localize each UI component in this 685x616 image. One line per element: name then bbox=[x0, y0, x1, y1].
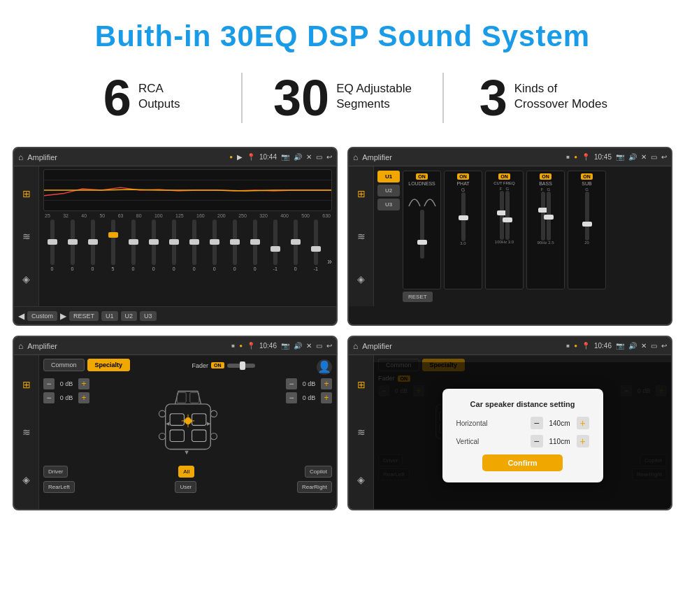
eq-track-7[interactable] bbox=[172, 220, 176, 265]
eq-next-button[interactable]: ▶ bbox=[60, 311, 66, 321]
spk-rearright-button[interactable]: RearRight bbox=[297, 481, 332, 493]
eq-reset-button[interactable]: RESET bbox=[69, 311, 99, 321]
spk-user-button[interactable]: User bbox=[175, 481, 196, 493]
screen3-header: ⌂ Amplifier ■ ● 📍 10:46 📷 🔊 ✕ ▭ ↩ bbox=[14, 337, 336, 355]
amp-bass-thumb2[interactable] bbox=[544, 215, 554, 220]
spk-plus3[interactable]: + bbox=[321, 378, 332, 389]
eq-track-12[interactable] bbox=[273, 220, 277, 265]
eq-expand-icon[interactable]: » bbox=[327, 257, 332, 266]
spk-sidebar-icon3[interactable]: ◈ bbox=[22, 474, 30, 485]
amp-loudness-on[interactable]: ON bbox=[416, 173, 428, 180]
amp-sidebar-icon2[interactable]: ≋ bbox=[357, 231, 366, 242]
spk-plus1[interactable]: + bbox=[78, 378, 89, 389]
amp-channel-loudness: ON LOUDNESS bbox=[403, 171, 441, 289]
eq-prev-button[interactable]: ◀ bbox=[18, 311, 24, 321]
eq-thumb-9[interactable] bbox=[210, 239, 219, 245]
eq-track-2[interactable] bbox=[71, 220, 75, 265]
amp-reset-button[interactable]: RESET bbox=[403, 292, 433, 302]
amp-cutfreq-track1[interactable] bbox=[500, 191, 504, 240]
amp-phat-on[interactable]: ON bbox=[457, 173, 469, 180]
amp-u1-button[interactable]: U1 bbox=[377, 171, 400, 182]
spk-copilot-button[interactable]: Copilot bbox=[305, 466, 332, 478]
eq-thumb-7[interactable] bbox=[169, 239, 179, 245]
eq-thumb-1[interactable] bbox=[48, 239, 57, 245]
spk-user-icon[interactable]: 👤 bbox=[317, 359, 332, 375]
dialog-vertical-minus[interactable]: − bbox=[531, 435, 543, 447]
amp-phat-track[interactable] bbox=[461, 192, 466, 241]
eq-thumb-6[interactable] bbox=[149, 239, 159, 245]
eq-thumb-14[interactable] bbox=[311, 246, 321, 252]
spk-plus4[interactable]: + bbox=[321, 392, 332, 403]
eq-track-11[interactable] bbox=[253, 220, 257, 265]
eq-thumb-4[interactable] bbox=[108, 232, 118, 238]
fader-thumb[interactable] bbox=[240, 361, 245, 370]
amp-sub-thumb[interactable] bbox=[582, 222, 592, 227]
spk-minus1[interactable]: − bbox=[43, 378, 55, 389]
amp-sidebar-icon1[interactable]: ⊞ bbox=[357, 188, 366, 199]
amp-cutfreq-on[interactable]: ON bbox=[498, 173, 510, 180]
eq-thumb-10[interactable] bbox=[230, 239, 240, 245]
spk-all-button[interactable]: All bbox=[178, 466, 194, 478]
eq-track-14[interactable] bbox=[314, 220, 318, 265]
eq-thumb-8[interactable] bbox=[189, 239, 199, 245]
amp-u3-button[interactable]: U3 bbox=[377, 199, 400, 210]
eq-thumb-12[interactable] bbox=[271, 246, 280, 252]
amp-loudness-track1[interactable] bbox=[420, 210, 424, 259]
eq-track-8[interactable] bbox=[192, 220, 196, 265]
spk-minus3[interactable]: − bbox=[286, 378, 297, 389]
screen-amp: ⌂ Amplifier ■ ● 📍 10:45 📷 🔊 ✕ ▭ ↩ ⊞ ≋ ◈ bbox=[347, 147, 672, 326]
dialog-vertical-plus[interactable]: + bbox=[577, 435, 589, 447]
spk-plus2[interactable]: + bbox=[78, 392, 89, 403]
amp-bass-values: 90Hz 2.5 bbox=[537, 241, 554, 245]
eq-sidebar-icon3[interactable]: ◈ bbox=[22, 273, 30, 285]
dialog-horizontal-minus[interactable]: − bbox=[531, 417, 543, 429]
amp-u2-button[interactable]: U2 bbox=[377, 185, 400, 196]
spk-db-row1: − 0 dB + bbox=[43, 378, 89, 389]
amp-cutfreq-track2[interactable] bbox=[505, 191, 510, 240]
eq-custom-button[interactable]: Custom bbox=[27, 311, 57, 321]
dialog-horizontal-plus[interactable]: + bbox=[577, 417, 589, 429]
eq-track-1[interactable] bbox=[50, 220, 55, 265]
spk-sidebar-icon2[interactable]: ≋ bbox=[22, 427, 31, 438]
eq-sidebar-icon2[interactable]: ≋ bbox=[22, 231, 31, 242]
eq-track-3[interactable] bbox=[91, 220, 95, 265]
spk-rearleft-button[interactable]: RearLeft bbox=[43, 481, 75, 493]
spk-tab-common[interactable]: Common bbox=[43, 359, 85, 371]
eq-thumb-13[interactable] bbox=[291, 239, 301, 245]
eq-thumb-5[interactable] bbox=[129, 239, 138, 245]
eq-thumb-3[interactable] bbox=[88, 239, 98, 245]
eq-track-10[interactable] bbox=[233, 220, 237, 265]
amp-cutfreq-thumb2[interactable] bbox=[503, 217, 512, 222]
eq-sidebar-icon1[interactable]: ⊞ bbox=[22, 188, 31, 199]
eq-thumb-2[interactable] bbox=[68, 239, 78, 245]
spk-sidebar-icon1[interactable]: ⊞ bbox=[22, 379, 31, 390]
spk-driver-button[interactable]: Driver bbox=[43, 466, 68, 478]
amp-bass-track2[interactable] bbox=[547, 192, 551, 241]
screen-dialog: ⌂ Amplifier ■ ● 📍 10:46 📷 🔊 ✕ ▭ ↩ ⊞ ≋ bbox=[347, 336, 672, 510]
spk-minus4[interactable]: − bbox=[286, 392, 297, 403]
fader-slider[interactable] bbox=[227, 364, 255, 368]
spk-tab-specialty[interactable]: Specialty bbox=[87, 359, 131, 371]
amp-cutfreq-slider bbox=[500, 191, 510, 240]
eq-u2-button[interactable]: U2 bbox=[121, 311, 138, 321]
eq-track-9[interactable] bbox=[212, 220, 217, 265]
eq-track-5[interactable] bbox=[131, 220, 136, 265]
eq-track-4[interactable] bbox=[111, 220, 115, 265]
dialog-confirm-button[interactable]: Confirm bbox=[482, 454, 562, 471]
amp-loudness-thumb1[interactable] bbox=[417, 240, 427, 245]
eq-u1-button[interactable]: U1 bbox=[101, 311, 118, 321]
spk-minus2[interactable]: − bbox=[43, 392, 55, 403]
amp-bass-on[interactable]: ON bbox=[540, 173, 551, 180]
eq-val-8: 0 bbox=[193, 266, 196, 271]
amp-sidebar-icon3[interactable]: ◈ bbox=[357, 273, 365, 285]
screen1-header: ⌂ Amplifier ● ▶ 📍 10:44 📷 🔊 ✕ ▭ ↩ bbox=[14, 148, 336, 166]
fader-on-badge[interactable]: ON bbox=[211, 362, 224, 368]
eq-thumb-11[interactable] bbox=[250, 239, 260, 245]
eq-u3-button[interactable]: U3 bbox=[140, 311, 157, 321]
eq-track-6[interactable] bbox=[152, 220, 156, 265]
amp-sub-on[interactable]: ON bbox=[581, 173, 593, 180]
amp-sub-track[interactable] bbox=[585, 192, 589, 241]
eq-track-13[interactable] bbox=[294, 220, 298, 265]
screen2-location: 📍 bbox=[582, 153, 590, 161]
amp-phat-thumb[interactable] bbox=[459, 215, 468, 220]
